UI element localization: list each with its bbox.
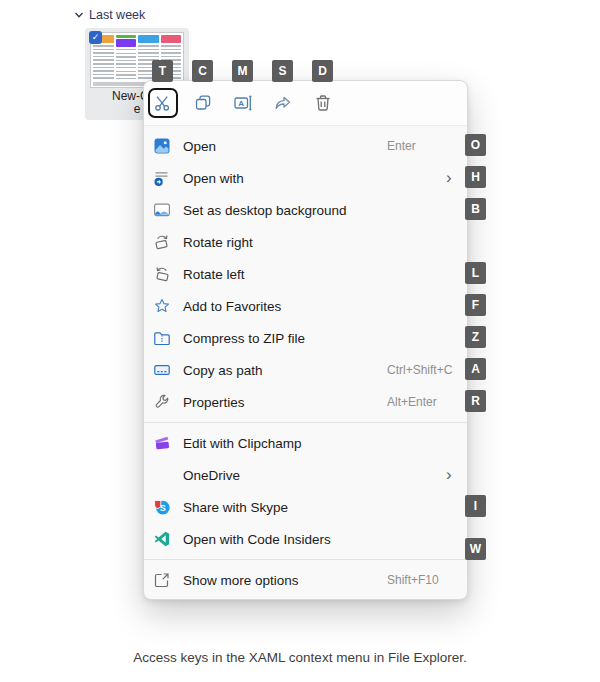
photos-icon <box>153 137 171 155</box>
menu-item-properties[interactable]: Properties Alt+Enter <box>144 386 467 418</box>
menu-item-label: Set as desktop background <box>183 203 347 218</box>
menu-item-label: Properties <box>183 395 245 410</box>
access-key-badge-delete: D <box>312 60 333 82</box>
zip-folder-icon <box>153 329 171 347</box>
menu-item-label: Edit with Clipchamp <box>183 436 302 451</box>
menu-item-copy-as-path[interactable]: Copy as path Ctrl+Shift+C <box>144 354 467 386</box>
access-key-badge-background: B <box>465 198 486 220</box>
menu-item-label: OneDrive <box>183 468 240 483</box>
menu-item-show-more-options[interactable]: Show more options Shift+F10 <box>144 564 467 596</box>
open-with-icon <box>153 169 171 187</box>
desktop-background-icon <box>153 201 171 219</box>
command-bar: A <box>144 81 467 126</box>
group-label: Last week <box>89 8 145 22</box>
menu-item-set-desktop-background[interactable]: Set as desktop background <box>144 194 467 226</box>
menu-item-label: Add to Favorites <box>183 299 281 314</box>
access-key-badge-favorites: F <box>465 294 486 316</box>
caption: Access keys in the XAML context menu in … <box>0 650 600 665</box>
menu-item-label: Rotate left <box>183 267 245 282</box>
menu-item-edit-with-clipchamp[interactable]: Edit with Clipchamp <box>144 427 467 459</box>
wrench-icon <box>153 393 171 411</box>
shortcut-label: Alt+Enter <box>387 395 437 409</box>
menu-item-share-with-skype[interactable]: S Share with Skype <box>144 491 467 523</box>
access-key-badge-skype: I <box>465 495 486 517</box>
access-key-badge-share: S <box>272 60 293 82</box>
skype-icon: S <box>153 498 171 516</box>
menu-item-open-with[interactable]: Open with › <box>144 162 467 194</box>
chevron-right-icon: › <box>446 169 452 186</box>
share-button[interactable] <box>268 88 298 118</box>
access-key-badge-code-insiders: W <box>465 538 486 560</box>
cut-icon <box>153 93 173 113</box>
cut-button[interactable] <box>148 88 178 118</box>
menu-item-open[interactable]: Open Enter <box>144 130 467 162</box>
chevron-down-icon <box>74 10 84 20</box>
path-icon <box>153 361 171 379</box>
menu-item-label: Open with <box>183 171 244 186</box>
thumb-column <box>116 35 137 81</box>
copy-icon <box>193 93 213 113</box>
rotate-right-icon <box>153 233 171 251</box>
menu-item-open-with-code-insiders[interactable]: Open with Code Insiders <box>144 523 467 555</box>
shortcut-label: Enter <box>387 139 416 153</box>
menu-item-compress-zip[interactable]: Compress to ZIP file <box>144 322 467 354</box>
share-icon <box>273 93 293 113</box>
menu-item-label: Share with Skype <box>183 500 288 515</box>
menu-item-label: Compress to ZIP file <box>183 331 305 346</box>
menu-item-rotate-right[interactable]: Rotate right <box>144 226 467 258</box>
access-key-badge-copy: C <box>192 60 213 82</box>
access-key-badge-cut: T <box>152 60 173 82</box>
access-key-badge-zip: Z <box>465 326 486 348</box>
menu-separator <box>144 422 467 423</box>
show-more-options-icon <box>153 571 171 589</box>
menu-item-add-to-favorites[interactable]: Add to Favorites <box>144 290 467 322</box>
rename-icon: A <box>233 93 253 113</box>
rotate-left-icon <box>153 265 171 283</box>
rename-button[interactable]: A <box>228 88 258 118</box>
star-icon <box>153 297 171 315</box>
delete-button[interactable] <box>308 88 338 118</box>
svg-text:A: A <box>238 99 244 108</box>
selection-checkbox[interactable]: ✓ <box>89 31 102 44</box>
trash-icon <box>313 93 333 113</box>
menu-item-label: Copy as path <box>183 363 263 378</box>
access-key-badge-copy-as-path: A <box>465 358 486 380</box>
icon-spacer <box>153 466 171 484</box>
chevron-right-icon: › <box>446 466 452 483</box>
menu-item-onedrive[interactable]: OneDrive › <box>144 459 467 491</box>
menu-item-label: Open <box>183 139 216 154</box>
menu-item-label: Rotate right <box>183 235 253 250</box>
access-key-badge-properties: R <box>465 390 486 412</box>
menu-item-label: Open with Code Insiders <box>183 532 331 547</box>
access-key-badge-rename: M <box>232 60 253 82</box>
copy-button[interactable] <box>188 88 218 118</box>
code-insiders-icon <box>153 530 171 548</box>
access-key-badge-open-with: H <box>465 166 486 188</box>
shortcut-label: Ctrl+Shift+C <box>387 363 452 377</box>
menu-item-label: Show more options <box>183 573 299 588</box>
menu-separator <box>144 559 467 560</box>
group-header[interactable]: Last week <box>74 8 145 22</box>
menu-item-rotate-left[interactable]: Rotate left <box>144 258 467 290</box>
context-menu: A <box>143 80 468 600</box>
access-key-badge-open: O <box>465 134 486 156</box>
access-key-badge-rotate-left: L <box>465 262 486 284</box>
shortcut-label: Shift+F10 <box>387 573 439 587</box>
clipchamp-icon <box>153 434 171 452</box>
menu-list: Open Enter Open with › <box>144 126 467 596</box>
